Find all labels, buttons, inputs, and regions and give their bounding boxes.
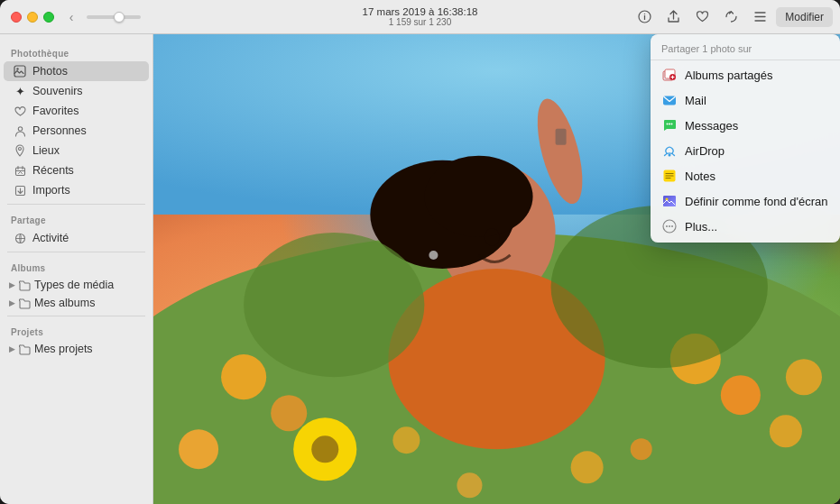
chevron-mes-projets: ▶ <box>9 344 15 353</box>
share-dropdown: Partager 1 photo sur Albums partagés <box>651 34 840 243</box>
svg-point-16 <box>786 359 822 395</box>
separator-2 <box>7 252 145 252</box>
dropdown-item-fond-ecran[interactable]: Définir comme fond d'écran <box>651 188 840 214</box>
svg-point-14 <box>770 415 802 447</box>
dropdown-item-plus[interactable]: Plus... <box>651 214 840 239</box>
more-icon <box>661 218 678 234</box>
dropdown-item-airdrop-label: AirDrop <box>685 144 725 158</box>
svg-point-15 <box>179 429 218 469</box>
svg-point-32 <box>457 472 482 498</box>
close-button[interactable] <box>11 12 22 23</box>
titlebar-actions: i <box>632 5 833 29</box>
albums-partages-icon <box>661 67 678 83</box>
dropdown-item-airdrop[interactable]: AirDrop <box>651 138 840 163</box>
svg-point-27 <box>244 233 424 377</box>
tools-button[interactable] <box>747 5 772 29</box>
folder-icon-types <box>19 279 31 291</box>
svg-point-26 <box>429 251 438 260</box>
info-button[interactable]: i <box>632 5 657 29</box>
svg-point-38 <box>669 124 670 125</box>
sidebar-item-activite-label: Activité <box>32 232 69 244</box>
svg-point-39 <box>671 124 673 125</box>
sidebar-group-types-media-label: Types de média <box>34 279 114 291</box>
share-button[interactable] <box>660 5 686 29</box>
svg-point-22 <box>424 156 532 237</box>
svg-point-4 <box>18 126 22 130</box>
sidebar-item-recents-label: Récents <box>32 164 74 177</box>
favorite-button[interactable] <box>689 5 715 29</box>
svg-point-30 <box>571 451 604 483</box>
sidebar-item-photos-label: Photos <box>32 65 68 78</box>
back-button[interactable]: ‹ <box>63 9 79 25</box>
notes-icon <box>661 168 678 184</box>
souvenirs-icon: ✦ <box>13 84 27 98</box>
sidebar-item-personnes[interactable]: Personnes <box>4 121 149 141</box>
svg-point-46 <box>666 225 668 227</box>
svg-point-48 <box>671 225 673 227</box>
zoom-slider-track[interactable] <box>87 15 141 19</box>
separator-3 <box>7 316 145 316</box>
titlebar-center: 17 mars 2019 à 16:38:18 1 159 sur 1 230 <box>363 6 478 27</box>
sidebar-item-souvenirs-label: Souvenirs <box>32 85 83 97</box>
sidebar-group-mes-projets[interactable]: ▶ Mes projets <box>4 340 149 358</box>
svg-point-29 <box>392 426 420 454</box>
svg-point-5 <box>19 148 22 151</box>
sidebar-group-mes-projets-label: Mes projets <box>34 343 93 355</box>
photo-count: 1 159 sur 1 230 <box>363 17 478 27</box>
dropdown-item-albums-partages-label: Albums partagés <box>685 69 773 82</box>
sidebar: Photothèque Photos ✦ Souvenirs <box>0 34 153 504</box>
main-window: ‹ 17 mars 2019 à 16:38:18 1 159 sur 1 23… <box>0 0 840 504</box>
chevron-types-media: ▶ <box>9 280 15 289</box>
svg-point-31 <box>631 438 652 460</box>
svg-point-3 <box>16 68 18 69</box>
svg-point-37 <box>667 124 669 125</box>
svg-point-10 <box>221 354 266 399</box>
photo-area: Partager 1 photo sur Albums partagés <box>153 34 840 504</box>
sidebar-item-souvenirs[interactable]: ✦ Souvenirs <box>4 81 149 101</box>
minimize-button[interactable] <box>27 12 38 23</box>
dropdown-item-albums-partages[interactable]: Albums partagés <box>651 62 840 87</box>
zoom-slider-area <box>79 15 141 19</box>
sidebar-item-imports-label: Imports <box>32 184 70 197</box>
content-area: Photothèque Photos ✦ Souvenirs <box>0 34 840 504</box>
photo-date: 17 mars 2019 à 16:38:18 <box>363 6 478 17</box>
recents-icon <box>13 163 27 178</box>
airdrop-icon <box>661 142 678 159</box>
svg-rect-43 <box>663 196 676 206</box>
svg-point-25 <box>485 228 499 246</box>
svg-point-40 <box>669 154 671 157</box>
separator-1 <box>7 204 145 205</box>
dropdown-item-notes-label: Notes <box>685 170 715 183</box>
photos-icon <box>13 64 27 78</box>
mail-icon <box>661 92 678 108</box>
sidebar-group-mes-albums-label: Mes albums <box>34 297 95 309</box>
modifier-button[interactable]: Modifier <box>776 7 833 27</box>
dropdown-item-notes[interactable]: Notes <box>651 163 840 188</box>
chevron-mes-albums: ▶ <box>9 298 15 307</box>
sidebar-group-mes-albums[interactable]: ▶ Mes albums <box>4 294 149 312</box>
personnes-icon <box>13 124 27 138</box>
sidebar-item-lieux[interactable]: Lieux <box>4 141 149 160</box>
sidebar-item-activite[interactable]: Activité <box>4 228 149 248</box>
sidebar-group-types-media[interactable]: ▶ Types de média <box>4 276 149 294</box>
folder-icon-projets <box>19 344 31 355</box>
activite-icon <box>13 231 27 245</box>
wallpaper-icon <box>661 193 678 209</box>
rotate-button[interactable] <box>718 5 743 29</box>
dropdown-item-messages[interactable]: Messages <box>651 113 840 138</box>
sidebar-item-personnes-label: Personnes <box>32 124 87 137</box>
dropdown-item-fond-ecran-label: Définir comme fond d'écran <box>685 195 828 208</box>
imports-icon <box>13 183 27 197</box>
sidebar-item-favorites[interactable]: Favorites <box>4 101 149 121</box>
favorites-icon <box>13 104 27 118</box>
maximize-button[interactable] <box>43 12 54 23</box>
sidebar-item-lieux-label: Lieux <box>32 144 60 157</box>
dropdown-item-messages-label: Messages <box>685 119 738 133</box>
zoom-slider-thumb[interactable] <box>114 12 125 23</box>
dropdown-item-mail[interactable]: Mail <box>651 87 840 113</box>
folder-icon-albums <box>19 298 31 309</box>
sidebar-item-photos[interactable]: Photos <box>4 61 149 81</box>
sidebar-item-recents[interactable]: Récents <box>4 160 149 180</box>
sidebar-item-imports[interactable]: Imports <box>4 180 149 200</box>
dropdown-divider <box>651 60 840 60</box>
